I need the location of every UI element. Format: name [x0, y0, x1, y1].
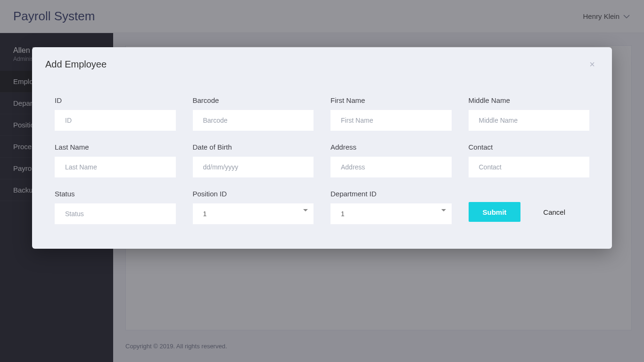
input-middle-name[interactable]: [469, 110, 590, 131]
select-position-id[interactable]: 1: [193, 203, 314, 224]
field-first-name: First Name: [330, 96, 452, 131]
label-contact: Contact: [469, 143, 590, 151]
label-last-name: Last Name: [55, 143, 176, 151]
label-barcode: Barcode: [193, 96, 314, 104]
modal-body: ID Barcode First Name Middle Name Last N…: [32, 77, 612, 249]
modal-title: Add Employee: [45, 59, 107, 70]
close-icon: ×: [589, 59, 595, 69]
field-last-name: Last Name: [55, 143, 176, 177]
action-row: Submit Cancel: [469, 190, 590, 222]
cancel-button[interactable]: Cancel: [543, 208, 565, 216]
modal-overlay[interactable]: Add Employee × ID Barcode First Name Mid: [0, 0, 644, 362]
field-id: ID: [55, 96, 176, 131]
field-actions: Submit Cancel: [469, 190, 590, 224]
input-last-name[interactable]: [55, 157, 176, 177]
field-position-id: Position ID 1: [193, 190, 314, 224]
caret-down-icon: [441, 208, 446, 213]
field-status: Status: [55, 190, 176, 224]
input-dob[interactable]: [193, 157, 314, 177]
cancel-button-label: Cancel: [543, 208, 565, 216]
field-dob: Date of Birth: [193, 143, 314, 177]
input-contact[interactable]: [469, 157, 590, 177]
close-button[interactable]: ×: [586, 58, 599, 71]
field-address: Address: [330, 143, 452, 177]
label-dob: Date of Birth: [193, 143, 314, 151]
label-id: ID: [55, 96, 176, 104]
input-first-name[interactable]: [330, 110, 452, 131]
input-id[interactable]: [55, 110, 176, 131]
caret-down-icon: [303, 208, 308, 213]
select-department-id[interactable]: 1: [330, 203, 452, 224]
form-grid: ID Barcode First Name Middle Name Last N…: [55, 96, 589, 224]
input-address[interactable]: [330, 157, 452, 177]
submit-button-label: Submit: [483, 208, 507, 216]
select-department-id-value: 1: [330, 210, 355, 218]
field-middle-name: Middle Name: [469, 96, 590, 131]
label-status: Status: [55, 190, 176, 198]
field-barcode: Barcode: [193, 96, 314, 131]
submit-button[interactable]: Submit: [469, 202, 521, 222]
select-position-id-value: 1: [193, 210, 217, 218]
label-first-name: First Name: [330, 96, 452, 104]
field-contact: Contact: [469, 143, 590, 177]
label-department-id: Department ID: [330, 190, 452, 198]
input-status[interactable]: [55, 203, 176, 224]
field-department-id: Department ID 1: [330, 190, 452, 224]
modal-header: Add Employee ×: [32, 47, 612, 77]
label-position-id: Position ID: [193, 190, 314, 198]
label-middle-name: Middle Name: [469, 96, 590, 104]
input-barcode[interactable]: [193, 110, 314, 131]
add-employee-modal: Add Employee × ID Barcode First Name Mid: [32, 47, 612, 249]
label-address: Address: [330, 143, 452, 151]
